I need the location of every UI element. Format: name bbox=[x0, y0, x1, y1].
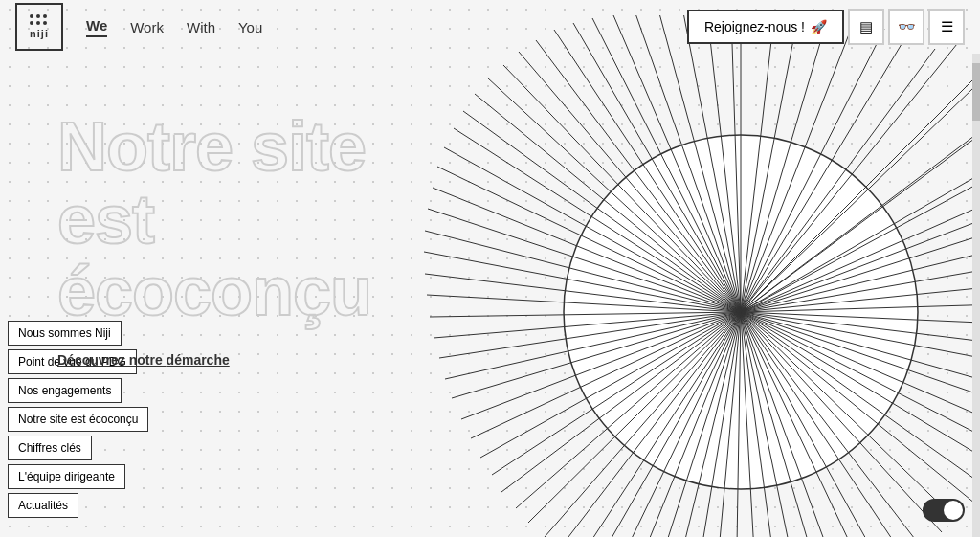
nav-item-you[interactable]: You bbox=[238, 19, 262, 35]
main-nav: We Work With You bbox=[86, 17, 687, 37]
nav-item-work[interactable]: Work bbox=[130, 19, 164, 35]
header-right: Rejoignez-nous ! 🚀 ▤ 👓 ☰ bbox=[687, 9, 965, 45]
left-panel: Notre site est écoconçu Découvrez notre … bbox=[0, 54, 431, 537]
hero-title: Notre site est écoconçu bbox=[57, 111, 431, 328]
sun-svg: // rays generated via JS below bbox=[387, 15, 980, 537]
discover-link-text: démarche bbox=[167, 352, 230, 368]
discover-link[interactable]: Découvrez notre démarche bbox=[57, 352, 230, 368]
theme-toggle[interactable] bbox=[923, 499, 965, 522]
menu-icon-button[interactable]: ☰ bbox=[928, 9, 965, 45]
toggle-circle bbox=[944, 501, 963, 520]
logo-dot bbox=[36, 21, 40, 25]
logo-dot bbox=[36, 14, 40, 18]
logo-dot bbox=[43, 21, 47, 25]
nav-item-we[interactable]: We bbox=[86, 17, 107, 37]
menu-icon: ☰ bbox=[941, 18, 953, 35]
glasses-icon-button[interactable]: 👓 bbox=[888, 9, 924, 45]
scrollbar-track bbox=[972, 54, 980, 537]
logo-dot bbox=[43, 14, 47, 18]
nav-item-with[interactable]: With bbox=[187, 19, 215, 35]
rocket-icon: 🚀 bbox=[811, 19, 827, 34]
glasses-icon: 👓 bbox=[898, 18, 916, 35]
logo-dot bbox=[30, 14, 33, 18]
join-button[interactable]: Rejoignez-nous ! 🚀 bbox=[687, 10, 844, 44]
sun-illustration: // rays generated via JS below bbox=[387, 15, 980, 537]
main-content: Notre site est écoconçu Découvrez notre … bbox=[0, 54, 980, 537]
document-icon-button[interactable]: ▤ bbox=[848, 9, 884, 45]
logo-dot bbox=[30, 21, 33, 25]
logo-text: niji bbox=[30, 28, 49, 39]
scrollbar-thumb[interactable] bbox=[972, 63, 980, 121]
document-icon: ▤ bbox=[859, 18, 873, 35]
header: niji We Work With You Rejoignez-nous ! 🚀… bbox=[0, 0, 980, 54]
logo[interactable]: niji bbox=[15, 3, 63, 51]
